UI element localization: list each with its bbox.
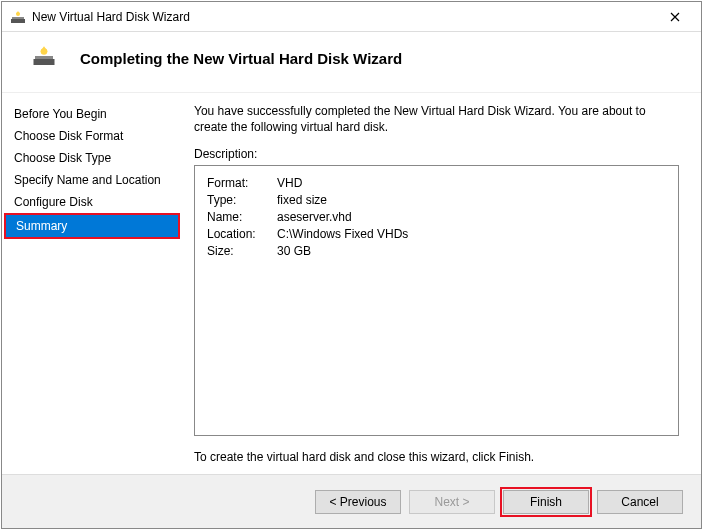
wizard-body: Before You Begin Choose Disk Format Choo… <box>2 93 701 474</box>
sidebar-item-specify-name-location[interactable]: Specify Name and Location <box>4 169 180 191</box>
summary-row: Location:C:\Windows Fixed VHDs <box>207 227 666 241</box>
sidebar-item-choose-disk-format[interactable]: Choose Disk Format <box>4 125 180 147</box>
summary-value: fixed size <box>277 193 327 207</box>
titlebar: New Virtual Hard Disk Wizard <box>2 2 701 32</box>
wizard-content: You have successfully completed the New … <box>182 93 701 474</box>
summary-key: Format: <box>207 176 277 190</box>
window-title: New Virtual Hard Disk Wizard <box>32 10 655 24</box>
footer-instruction: To create the virtual hard disk and clos… <box>194 450 679 464</box>
previous-button[interactable]: < Previous <box>315 490 401 514</box>
summary-row: Name:aseserver.vhd <box>207 210 666 224</box>
wizard-header: Completing the New Virtual Hard Disk Wiz… <box>2 32 701 93</box>
disk-icon <box>10 9 26 25</box>
disk-icon <box>32 44 56 68</box>
summary-value: C:\Windows Fixed VHDs <box>277 227 408 241</box>
summary-key: Size: <box>207 244 277 258</box>
next-button: Next > <box>409 490 495 514</box>
description-box: Format:VHD Type:fixed size Name:aseserve… <box>194 165 679 436</box>
summary-key: Location: <box>207 227 277 241</box>
summary-key: Type: <box>207 193 277 207</box>
close-icon[interactable] <box>655 3 695 31</box>
button-bar: < Previous Next > Finish Cancel <box>2 474 701 528</box>
summary-row: Size:30 GB <box>207 244 666 258</box>
summary-row: Format:VHD <box>207 176 666 190</box>
sidebar-item-configure-disk[interactable]: Configure Disk <box>4 191 180 213</box>
summary-row: Type:fixed size <box>207 193 666 207</box>
svg-rect-1 <box>12 17 24 19</box>
cancel-button[interactable]: Cancel <box>597 490 683 514</box>
wizard-window: New Virtual Hard Disk Wizard Completing … <box>1 1 702 529</box>
summary-key: Name: <box>207 210 277 224</box>
summary-value: aseserver.vhd <box>277 210 352 224</box>
finish-button[interactable]: Finish <box>503 490 589 514</box>
page-title: Completing the New Virtual Hard Disk Wiz… <box>80 50 402 67</box>
sidebar-item-before-you-begin[interactable]: Before You Begin <box>4 103 180 125</box>
svg-rect-0 <box>11 19 25 23</box>
svg-rect-3 <box>34 59 55 65</box>
summary-value: VHD <box>277 176 302 190</box>
intro-text: You have successfully completed the New … <box>194 103 679 135</box>
highlight-box: Summary <box>4 213 180 239</box>
description-label: Description: <box>194 147 679 161</box>
sidebar-item-summary[interactable]: Summary <box>6 215 178 237</box>
svg-rect-4 <box>35 56 53 59</box>
wizard-steps-sidebar: Before You Begin Choose Disk Format Choo… <box>2 93 182 474</box>
sidebar-item-choose-disk-type[interactable]: Choose Disk Type <box>4 147 180 169</box>
summary-value: 30 GB <box>277 244 311 258</box>
